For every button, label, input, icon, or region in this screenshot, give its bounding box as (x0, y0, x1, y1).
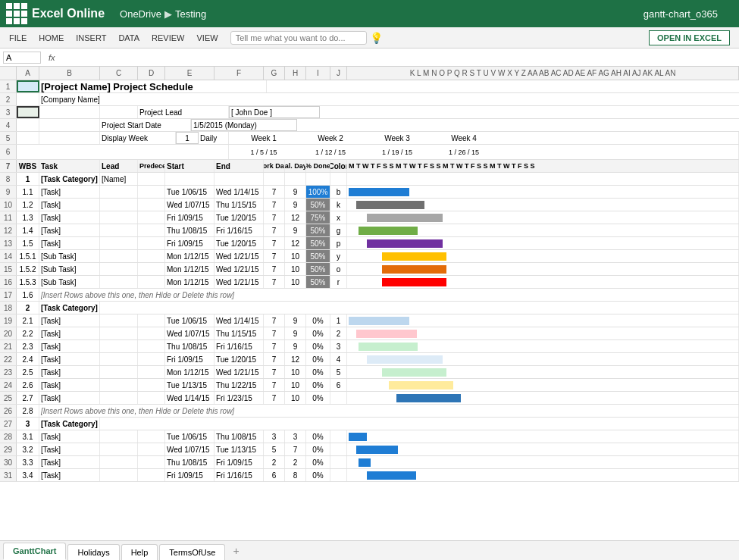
cell-8b[interactable]: [Task Category] (39, 173, 100, 185)
cell-11h[interactable]: 12 (285, 211, 306, 224)
cell-28h[interactable]: 3 (285, 430, 306, 443)
cell-13b[interactable]: [Task] (39, 237, 100, 249)
cell-20j[interactable]: 2 (330, 327, 347, 339)
cell-29a[interactable]: 3.2 (17, 443, 39, 455)
cell-22g[interactable]: 7 (264, 353, 285, 365)
cell-23b[interactable]: [Task] (39, 366, 100, 378)
cell-22i[interactable]: 0% (306, 353, 330, 365)
cell-11c[interactable] (100, 211, 138, 224)
cell-24j[interactable]: 6 (330, 379, 347, 391)
cell-14e[interactable]: Mon 1/12/15 (165, 250, 214, 262)
cell-30j[interactable] (330, 456, 347, 468)
cell-12e[interactable]: Thu 1/08/15 (165, 224, 214, 236)
cell-14g[interactable]: 7 (264, 250, 285, 262)
cell-25d[interactable] (138, 392, 165, 404)
cell-31g[interactable]: 6 (264, 469, 285, 481)
cell-31e[interactable]: Fri 1/09/15 (165, 469, 214, 481)
cell-20h[interactable]: 9 (285, 327, 306, 339)
cell-10j[interactable]: k (330, 199, 347, 211)
cell-20f[interactable]: Thu 1/15/15 (214, 327, 264, 339)
cell-25i[interactable]: 0% (306, 392, 330, 404)
cell-23f[interactable]: Wed 1/21/15 (214, 366, 264, 378)
cell-22d[interactable] (138, 353, 165, 365)
cell-13f[interactable]: Tue 1/20/15 (214, 237, 264, 249)
cell-11a[interactable]: 1.3 (17, 211, 39, 224)
cell-11i[interactable]: 75% (306, 211, 330, 224)
cell-19a[interactable]: 2.1 (17, 314, 39, 327)
cell-21b[interactable]: [Task] (39, 340, 100, 352)
cell-10b[interactable]: [Task] (39, 199, 100, 211)
cell-24b[interactable]: [Task] (39, 379, 100, 391)
cell-20i[interactable]: 0% (306, 327, 330, 339)
cell-25g[interactable]: 7 (264, 392, 285, 404)
cell-27b[interactable]: [Task Category] (39, 418, 100, 430)
cell-30e[interactable]: Thu 1/08/15 (165, 456, 214, 468)
cell-14f[interactable]: Wed 1/21/15 (214, 250, 264, 262)
cell-31h[interactable]: 8 (285, 469, 306, 481)
cell-27a[interactable]: 3 (17, 418, 39, 430)
cell-12d[interactable] (138, 224, 165, 236)
tab-termsofuse[interactable]: TermsOfUse (159, 544, 225, 560)
cell-22h[interactable]: 12 (285, 353, 306, 365)
cell-31i[interactable]: 0% (306, 469, 330, 481)
cell-8i[interactable] (306, 173, 330, 185)
cell-2b[interactable]: [Company Name] (39, 93, 100, 105)
cell-29b[interactable]: [Task] (39, 443, 100, 455)
cell-15c[interactable] (100, 263, 138, 275)
cell-16e[interactable]: Mon 1/12/15 (165, 276, 214, 288)
cell-31j[interactable] (330, 469, 347, 481)
cell-23a[interactable]: 2.5 (17, 366, 39, 378)
cell-15i[interactable]: 50% (306, 263, 330, 275)
cell-20a[interactable]: 2.2 (17, 327, 39, 339)
cell-30h[interactable]: 2 (285, 456, 306, 468)
cell-26a[interactable]: 2.8 (17, 405, 39, 417)
cell-31d[interactable] (138, 469, 165, 481)
cell-22j[interactable]: 4 (330, 353, 347, 365)
cell-24c[interactable] (100, 379, 138, 391)
cell-25h[interactable]: 10 (285, 392, 306, 404)
cell-24i[interactable]: 0% (306, 379, 330, 391)
cell-19g[interactable]: 7 (264, 314, 285, 327)
cell-14c[interactable] (100, 250, 138, 262)
cell-20e[interactable]: Wed 1/07/15 (165, 327, 214, 339)
cell-8d[interactable] (138, 173, 165, 185)
cell-28j[interactable] (330, 430, 347, 443)
cell-12j[interactable]: g (330, 224, 347, 236)
cell-3c[interactable] (100, 106, 138, 118)
cell-19j[interactable]: 1 (330, 314, 347, 327)
cell-29i[interactable]: 0% (306, 443, 330, 455)
cell-31b[interactable]: [Task] (39, 469, 100, 481)
cell-5a[interactable] (17, 132, 39, 144)
cell-12h[interactable]: 9 (285, 224, 306, 236)
cell-21g[interactable]: 7 (264, 340, 285, 352)
cell-13e[interactable]: Fri 1/09/15 (165, 237, 214, 249)
cell-13d[interactable] (138, 237, 165, 249)
cell-10i[interactable]: 50% (306, 199, 330, 211)
menu-insert[interactable]: INSERT (70, 30, 112, 45)
cell-29c[interactable] (100, 443, 138, 455)
cell-22f[interactable]: Tue 1/20/15 (214, 353, 264, 365)
cell-18a[interactable]: 2 (17, 302, 39, 314)
cell-9b[interactable]: [Task] (39, 186, 100, 198)
cell-8h[interactable] (285, 173, 306, 185)
cell-31a[interactable]: 3.4 (17, 469, 39, 481)
cell-16g[interactable]: 7 (264, 276, 285, 288)
cell-28c[interactable] (100, 430, 138, 443)
cell-16b[interactable]: [Sub Task] (39, 276, 100, 288)
menu-file[interactable]: FILE (3, 30, 33, 45)
cell-21a[interactable]: 2.3 (17, 340, 39, 352)
name-box[interactable] (3, 52, 41, 64)
cell-25a[interactable]: 2.7 (17, 392, 39, 404)
cell-24e[interactable]: Tue 1/13/15 (165, 379, 214, 391)
cell-15g[interactable]: 7 (264, 263, 285, 275)
cell-10c[interactable] (100, 199, 138, 211)
cell-23j[interactable]: 5 (330, 366, 347, 378)
cell-8c[interactable]: [Name] (100, 173, 138, 185)
cell-25j[interactable] (330, 392, 347, 404)
cell-13h[interactable]: 12 (285, 237, 306, 249)
cell-9a[interactable]: 1.1 (17, 186, 39, 198)
cell-24f[interactable]: Thu 1/22/15 (214, 379, 264, 391)
cell-30b[interactable]: [Task] (39, 456, 100, 468)
cell-21c[interactable] (100, 340, 138, 352)
cell-15f[interactable]: Wed 1/21/15 (214, 263, 264, 275)
